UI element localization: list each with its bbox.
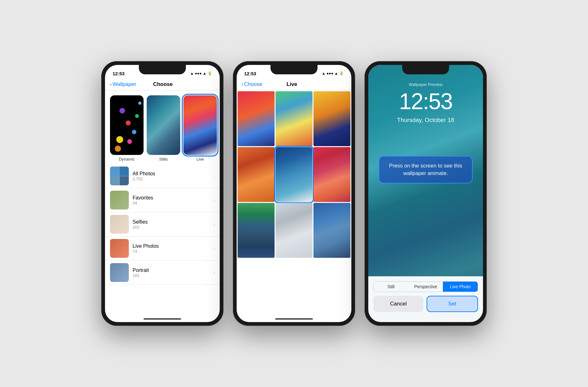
selfies-name: Selfies: [133, 219, 209, 225]
scroll-indicator-2: [275, 318, 313, 320]
selfies-thumb: [110, 215, 129, 234]
favorites-count: 34: [133, 201, 209, 205]
phone2-screen: 12:53 ▲ ●●● ▲ 🔋 ‹ Choose Live: [237, 65, 351, 322]
status-time-1: 12:53: [113, 71, 124, 76]
animate-hint: Press on the screen to see this wallpape…: [379, 156, 473, 183]
preview-wallpaper: Wallpaper Preview 12:53 Thursday, Octobe…: [368, 65, 483, 322]
allphotos-chevron: ›: [213, 173, 215, 178]
allphotos-thumb-img: [110, 167, 129, 185]
back-label-2[interactable]: Choose: [244, 81, 263, 87]
favorites-thumb-img: [110, 191, 129, 209]
portrait-info: Portrait 181: [133, 268, 209, 278]
scroll-indicator-1: [144, 318, 181, 320]
category-dynamic[interactable]: Dynamic: [110, 95, 144, 162]
mode-still-button[interactable]: Still: [374, 282, 408, 292]
notch3: [402, 65, 449, 74]
live-wallpaper: [183, 95, 217, 155]
grid-item-6[interactable]: [313, 147, 350, 202]
live-thumb[interactable]: [183, 95, 217, 155]
nav-back-1[interactable]: ‹ Wallpaper: [110, 81, 136, 87]
mode-perspective-button[interactable]: Perspective: [408, 282, 443, 292]
grid-item-7[interactable]: [238, 203, 275, 258]
album-list: All Photos 2,752 › Favorites 34 ›: [105, 164, 220, 285]
grid-item-3[interactable]: [313, 91, 350, 146]
grid-item-9[interactable]: [313, 203, 350, 258]
cancel-button[interactable]: Cancel: [373, 296, 423, 312]
notch1: [139, 65, 186, 74]
list-item[interactable]: Portrait 181 ›: [105, 261, 220, 285]
categories-section: Dynamic Stills Live: [105, 90, 220, 164]
phone1-screen: 12:53 ▲ ●●● ▲ 🔋 ‹ Wallpaper Choose: [105, 65, 220, 322]
preview-date: Thursday, October 18: [368, 117, 483, 124]
list-item[interactable]: All Photos 2,752 ›: [105, 164, 220, 188]
mode-livephoto-button[interactable]: Live Photo: [443, 282, 478, 292]
grid-item-2[interactable]: [276, 91, 312, 146]
action-buttons: Cancel Set: [373, 296, 478, 312]
wallpaper-grid: [237, 90, 351, 259]
phone3-frame: Wallpaper Preview 12:53 Thursday, Octobe…: [365, 61, 487, 326]
phone2-frame: 12:53 ▲ ●●● ▲ 🔋 ‹ Choose Live: [233, 61, 355, 326]
stills-label: Stills: [159, 157, 168, 162]
dynamic-wallpaper: [110, 95, 144, 155]
portrait-thumb: [110, 263, 129, 282]
notch2: [270, 65, 318, 74]
back-chevron-1: ‹: [110, 81, 112, 87]
livephotos-thumb-img: [110, 239, 129, 258]
list-item[interactable]: Favorites 34 ›: [105, 188, 220, 212]
phone1-frame: 12:53 ▲ ●●● ▲ 🔋 ‹ Wallpaper Choose: [101, 61, 223, 326]
category-live[interactable]: Live: [183, 95, 217, 162]
allphotos-info: All Photos 2,752: [133, 171, 209, 181]
allphotos-count: 2,752: [133, 177, 209, 181]
favorites-chevron: ›: [213, 198, 215, 203]
phone3-screen: Wallpaper Preview 12:53 Thursday, Octobe…: [368, 65, 483, 322]
category-stills[interactable]: Stills: [147, 95, 180, 162]
wallpaper-preview-label: Wallpaper Preview: [368, 82, 483, 87]
grid-item-4[interactable]: [238, 147, 275, 202]
selfies-info: Selfies 103: [133, 219, 209, 230]
selfies-chevron: ›: [213, 222, 215, 227]
livephotos-chevron: ›: [213, 246, 215, 251]
nav-title-2: Live: [286, 81, 297, 87]
list-item[interactable]: Live Photos 74 ›: [105, 236, 220, 261]
bottom-controls: Still Perspective Live Photo Cancel Set: [368, 276, 483, 322]
favorites-name: Favorites: [133, 195, 209, 201]
stills-wallpaper: [147, 95, 180, 155]
back-chevron-2: ‹: [242, 81, 244, 87]
stills-thumb[interactable]: [147, 95, 180, 155]
preview-time: 12:53: [368, 88, 483, 114]
status-icons-1: ▲ ●●● ▲ 🔋: [190, 71, 213, 76]
list-item[interactable]: Selfies 103 ›: [105, 212, 220, 236]
livephotos-thumb: [110, 239, 129, 258]
back-label-1[interactable]: Wallpaper: [113, 81, 136, 87]
main-container: 12:53 ▲ ●●● ▲ 🔋 ‹ Wallpaper Choose: [101, 61, 487, 326]
livephotos-count: 74: [133, 249, 209, 254]
set-button[interactable]: Set: [427, 296, 478, 312]
favorites-thumb: [110, 191, 129, 209]
portrait-thumb-img: [110, 263, 129, 282]
selfies-count: 103: [133, 225, 209, 230]
allphotos-thumb: [110, 167, 129, 185]
status-time-2: 12:53: [244, 71, 256, 76]
nav-bar-2: ‹ Choose Live: [237, 79, 351, 90]
portrait-chevron: ›: [213, 270, 215, 275]
grid-item-8[interactable]: [276, 203, 312, 258]
allphotos-name: All Photos: [133, 171, 209, 177]
selfies-thumb-img: [110, 215, 129, 234]
live-label: Live: [197, 157, 204, 162]
mode-selector: Still Perspective Live Photo: [373, 281, 478, 292]
nav-bar-1: ‹ Wallpaper Choose: [105, 79, 220, 90]
dynamic-thumb[interactable]: [110, 95, 144, 155]
livephotos-name: Live Photos: [133, 243, 209, 249]
nav-title-1: Choose: [153, 81, 173, 87]
portrait-count: 181: [133, 273, 209, 278]
grid-item-1[interactable]: [238, 91, 275, 146]
status-icons-2: ▲ ●●● ▲ 🔋: [322, 71, 344, 76]
grid-item-5[interactable]: [276, 147, 312, 202]
livephotos-info: Live Photos 74: [133, 243, 209, 254]
nav-back-2[interactable]: ‹ Choose: [242, 81, 262, 87]
favorites-info: Favorites 34: [133, 195, 209, 205]
portrait-name: Portrait: [133, 268, 209, 273]
dynamic-label: Dynamic: [119, 157, 135, 162]
animate-hint-text: Press on the screen to see this wallpape…: [389, 163, 462, 176]
